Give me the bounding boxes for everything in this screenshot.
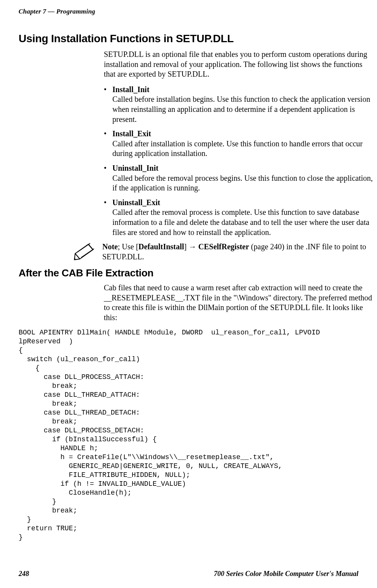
heading-using-installation-functions: Using Installation Functions in SETUP.DL… <box>19 33 358 45</box>
note-lead: Note <box>102 242 118 251</box>
bullet-title: Uninstall_Exit <box>112 198 160 207</box>
bullet-title: Uninstall_Init <box>112 164 158 172</box>
note-ceself: CESelfRegister <box>198 242 249 251</box>
arrow-icon: → <box>189 242 196 251</box>
list-item: Uninstall_Init Called before the removal… <box>104 163 375 193</box>
body-column: SETUP.DLL is an optional file that enabl… <box>104 50 375 237</box>
chapter-label: Chapter 7 <box>19 8 46 15</box>
header-separator: — <box>46 8 56 15</box>
intro-paragraph: SETUP.DLL is an optional file that enabl… <box>104 50 375 79</box>
after-paragraph: Cab files that need to cause a warm rese… <box>104 283 375 322</box>
bullet-desc: Called before installation begins. Use t… <box>112 95 370 123</box>
list-item: Uninstall_Exit Called after the removal … <box>104 198 375 237</box>
bullet-desc: Called before the removal process begins… <box>112 174 373 192</box>
note-icon <box>73 242 95 261</box>
page-footer: 248 700 Series Color Mobile Computer Use… <box>19 570 358 578</box>
footer-title: 700 Series Color Mobile Computer User's … <box>214 570 358 578</box>
code-block: BOOL APIENTRY DllMain( HANDLE hModule, D… <box>19 328 358 542</box>
bullet-title: Install_Init <box>112 85 150 94</box>
bullet-desc: Called after the removal process is comp… <box>112 208 369 236</box>
running-header: Chapter 7 — Programming <box>19 8 358 15</box>
bullet-title: Install_Exit <box>112 129 151 138</box>
note-sep: ; Use [ <box>118 242 138 251</box>
page: Chapter 7 — Programming Using Installati… <box>0 0 377 588</box>
page-number: 248 <box>19 570 29 578</box>
note-defaultinstall: DefaultInstall <box>138 242 184 251</box>
chapter-section: Programming <box>56 8 95 15</box>
body-column-2: Cab files that need to cause a warm rese… <box>104 283 375 322</box>
note-text: Note; Use [DefaultInstall] → CESelfRegis… <box>102 242 375 262</box>
function-list: Install_Init Called before installation … <box>104 85 375 237</box>
note-callout: Note; Use [DefaultInstall] → CESelfRegis… <box>73 242 375 262</box>
list-item: Install_Init Called before installation … <box>104 85 375 124</box>
note-mid: ] <box>184 242 189 251</box>
list-item: Install_Exit Called after installation i… <box>104 129 375 159</box>
bullet-desc: Called after installation is complete. U… <box>112 139 363 158</box>
heading-after-cab-extraction: After the CAB File Extraction <box>19 267 358 279</box>
